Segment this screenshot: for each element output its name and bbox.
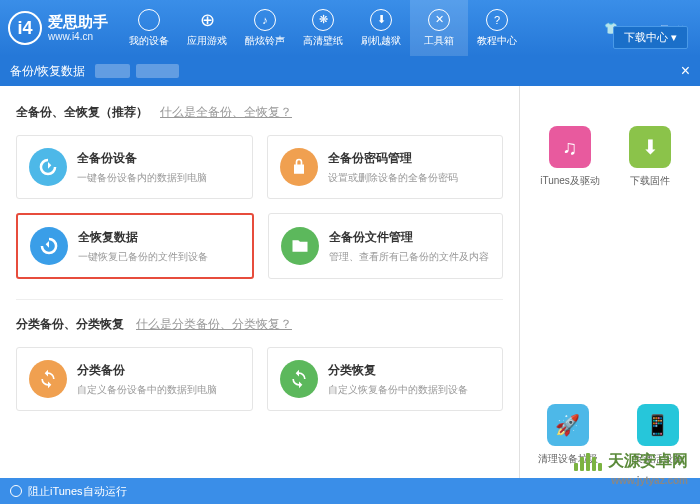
sync-restore-icon xyxy=(280,360,318,398)
right-tool-panel: ♫ iTunes及驱动 ⬇ 下载固件 🚀 清理设备垃圾 📱 反激活设备 xyxy=(520,86,700,486)
card-title: 分类恢复 xyxy=(328,362,491,379)
download-center-button[interactable]: 下载中心 ▾ xyxy=(613,26,688,49)
full-section-header: 全备份、全恢复（推荐） 什么是全备份、全恢复？ xyxy=(16,104,503,121)
itunes-icon: ♫ xyxy=(549,126,591,168)
card-desc: 自定义恢复备份中的数据到设备 xyxy=(328,383,491,397)
phone-icon: 📱 xyxy=(637,404,679,446)
card-title: 全备份密码管理 xyxy=(328,150,491,167)
tab-wallpaper[interactable]: ❋ 高清壁纸 xyxy=(294,0,352,56)
full-section-title: 全备份、全恢复（推荐） xyxy=(16,104,148,121)
card-row-3: 分类备份 自定义备份设备中的数据到电脑 分类恢复 自定义恢复备份中的数据到设备 xyxy=(16,347,503,411)
app-logo: i4 爱思助手 www.i4.cn xyxy=(8,11,108,45)
modal-titlebar: 备份/恢复数据 × xyxy=(0,56,700,86)
apps-icon: ⊕ xyxy=(196,9,218,31)
card-desc: 设置或删除设备的全备份密码 xyxy=(328,171,491,185)
tab-label: 刷机越狱 xyxy=(361,34,401,48)
right-tools-top: ♫ iTunes及驱动 ⬇ 下载固件 xyxy=(530,126,690,188)
card-desc: 自定义备份设备中的数据到电脑 xyxy=(77,383,240,397)
nav-tabs: 我的设备 ⊕ 应用游戏 ♪ 酷炫铃声 ❋ 高清壁纸 ⬇ 刷机越狱 ✕ 工具箱 ?… xyxy=(120,0,604,56)
tab-apps[interactable]: ⊕ 应用游戏 xyxy=(178,0,236,56)
rocket-icon: 🚀 xyxy=(547,404,589,446)
apple-icon xyxy=(138,9,160,31)
help-icon: ? xyxy=(486,9,508,31)
card-title: 分类备份 xyxy=(77,362,240,379)
category-restore-card[interactable]: 分类恢复 自定义恢复备份中的数据到设备 xyxy=(267,347,504,411)
tool-label: 下载固件 xyxy=(630,174,670,188)
flash-icon: ⬇ xyxy=(370,9,392,31)
bell-icon: ♪ xyxy=(254,9,276,31)
card-title: 全备份设备 xyxy=(77,150,240,167)
device-badge-1 xyxy=(95,64,129,78)
block-itunes-toggle[interactable]: 阻止iTunes自动运行 xyxy=(10,484,127,499)
card-row-2: 全恢复数据 一键恢复已备份的文件到设备 全备份文件管理 管理、查看所有已备份的文… xyxy=(16,213,503,279)
partial-section-header: 分类备份、分类恢复 什么是分类备份、分类恢复？ xyxy=(16,316,503,333)
card-desc: 一键恢复已备份的文件到设备 xyxy=(78,250,240,264)
full-section-help-link[interactable]: 什么是全备份、全恢复？ xyxy=(160,104,292,121)
sync-icon xyxy=(29,360,67,398)
download-firmware-button[interactable]: ⬇ 下载固件 xyxy=(615,126,685,188)
tool-label: iTunes及驱动 xyxy=(540,174,600,188)
tools-icon: ✕ xyxy=(428,9,450,31)
tab-my-device[interactable]: 我的设备 xyxy=(120,0,178,56)
watermark-logo-icon xyxy=(574,453,602,471)
itunes-driver-button[interactable]: ♫ iTunes及驱动 xyxy=(535,126,605,188)
partial-section-help-link[interactable]: 什么是分类备份、分类恢复？ xyxy=(136,316,292,333)
card-title: 全恢复数据 xyxy=(78,229,240,246)
footer-label: 阻止iTunes自动运行 xyxy=(28,484,127,499)
card-title: 全备份文件管理 xyxy=(329,229,491,246)
backup-icon xyxy=(29,148,67,186)
tab-label: 高清壁纸 xyxy=(303,34,343,48)
category-backup-card[interactable]: 分类备份 自定义备份设备中的数据到电脑 xyxy=(16,347,253,411)
restore-icon xyxy=(30,227,68,265)
file-mgmt-card[interactable]: 全备份文件管理 管理、查看所有已备份的文件及内容 xyxy=(268,213,504,279)
app-name: 爱思助手 xyxy=(48,14,108,31)
tab-ringtones[interactable]: ♪ 酷炫铃声 xyxy=(236,0,294,56)
watermark-name: 天源安卓网 xyxy=(608,451,688,472)
logo-icon: i4 xyxy=(8,11,42,45)
wallpaper-icon: ❋ xyxy=(312,9,334,31)
main-area: 全备份、全恢复（推荐） 什么是全备份、全恢复？ 全备份设备 一键备份设备内的数据… xyxy=(0,86,700,486)
full-backup-card[interactable]: 全备份设备 一键备份设备内的数据到电脑 xyxy=(16,135,253,199)
card-row-1: 全备份设备 一键备份设备内的数据到电脑 全备份密码管理 设置或删除设备的全备份密… xyxy=(16,135,503,199)
app-header: i4 爱思助手 www.i4.cn 我的设备 ⊕ 应用游戏 ♪ 酷炫铃声 ❋ 高… xyxy=(0,0,700,56)
radio-icon xyxy=(10,485,22,497)
tab-label: 酷炫铃声 xyxy=(245,34,285,48)
watermark-url: www.jytyaz.com xyxy=(611,475,688,486)
tab-flash[interactable]: ⬇ 刷机越狱 xyxy=(352,0,410,56)
folder-icon xyxy=(281,227,319,265)
device-badge-2 xyxy=(136,64,180,78)
password-mgmt-card[interactable]: 全备份密码管理 设置或删除设备的全备份密码 xyxy=(267,135,504,199)
tab-toolbox[interactable]: ✕ 工具箱 xyxy=(410,0,468,56)
status-bar: 阻止iTunes自动运行 xyxy=(0,478,700,504)
backup-restore-panel: 全备份、全恢复（推荐） 什么是全备份、全恢复？ 全备份设备 一键备份设备内的数据… xyxy=(0,86,520,486)
card-desc: 一键备份设备内的数据到电脑 xyxy=(77,171,240,185)
section-divider xyxy=(16,299,503,300)
watermark: 天源安卓网 www.jytyaz.com xyxy=(574,451,688,472)
modal-title: 备份/恢复数据 xyxy=(10,63,85,80)
tab-tutorials[interactable]: ? 教程中心 xyxy=(468,0,526,56)
tab-label: 我的设备 xyxy=(129,34,169,48)
tab-label: 应用游戏 xyxy=(187,34,227,48)
modal-close-button[interactable]: × xyxy=(681,62,690,80)
download-icon: ⬇ xyxy=(629,126,671,168)
app-url: www.i4.cn xyxy=(48,31,108,42)
lock-icon xyxy=(280,148,318,186)
tab-label: 工具箱 xyxy=(424,34,454,48)
card-desc: 管理、查看所有已备份的文件及内容 xyxy=(329,250,491,264)
partial-section-title: 分类备份、分类恢复 xyxy=(16,316,124,333)
tab-label: 教程中心 xyxy=(477,34,517,48)
full-restore-card[interactable]: 全恢复数据 一键恢复已备份的文件到设备 xyxy=(16,213,254,279)
